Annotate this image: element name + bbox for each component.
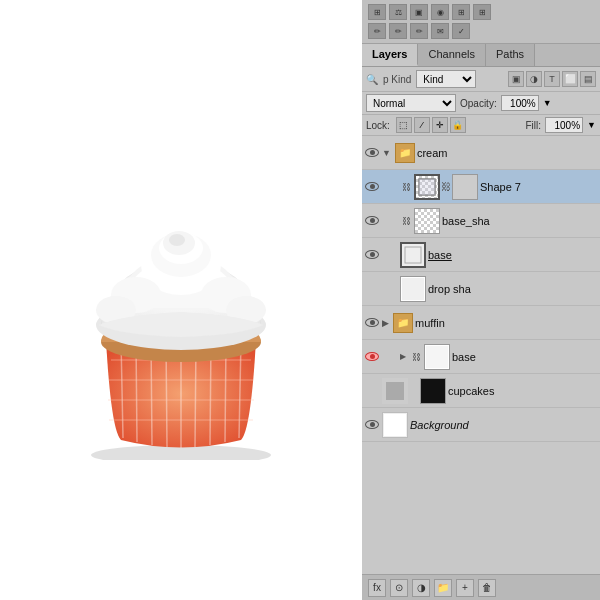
lock-checkerboard[interactable]: ⬚: [396, 117, 412, 133]
delete-layer-button[interactable]: 🗑: [478, 579, 496, 597]
tool-icon-7[interactable]: ✏: [368, 23, 386, 39]
group-arrow-cream[interactable]: ▼: [382, 148, 391, 158]
cupcake-image: [41, 140, 321, 460]
fill-label: Fill:: [526, 120, 542, 131]
tool-icon-10[interactable]: ✉: [431, 23, 449, 39]
thumb-background: [382, 412, 408, 438]
lock-label: Lock:: [366, 120, 390, 131]
blend-mode-select[interactable]: Normal: [366, 94, 456, 112]
eye-muffin-group[interactable]: [364, 315, 380, 331]
tool-icon-11[interactable]: ✓: [452, 23, 470, 39]
chain-cupcakes: [410, 378, 418, 404]
layer-item-shape7[interactable]: ⛓ ⛓ Shape 7: [362, 170, 600, 204]
adjustment-button[interactable]: ◑: [412, 579, 430, 597]
filter-icon-type[interactable]: T: [544, 71, 560, 87]
filter-icon-smart[interactable]: ▤: [580, 71, 596, 87]
lock-all[interactable]: 🔒: [450, 117, 466, 133]
layer-name-background: Background: [410, 419, 598, 431]
thumb-cupcakes-2: [420, 378, 446, 404]
tool-icon-6[interactable]: ⊞: [473, 4, 491, 20]
layer-name-base-layer: base: [452, 351, 598, 363]
eye-base[interactable]: [364, 247, 380, 263]
chain-shape7: ⛓: [442, 174, 450, 200]
eye-shape7[interactable]: [364, 179, 380, 195]
opacity-arrow[interactable]: ▼: [543, 98, 552, 108]
layer-item-drop-sha[interactable]: drop sha: [362, 272, 600, 306]
filter-row: 🔍 p Kind Kind ▣ ◑ T ⬜ ▤: [362, 67, 600, 92]
tab-paths[interactable]: Paths: [486, 44, 535, 66]
opacity-input[interactable]: [501, 95, 539, 111]
thumb-drop-sha: [400, 276, 426, 302]
thumb-base-sha: [414, 208, 440, 234]
layer-name-base: base: [428, 249, 598, 261]
fill-input[interactable]: [545, 117, 583, 133]
eye-cupcakes[interactable]: [364, 383, 380, 399]
eye-drop-sha[interactable]: [364, 281, 380, 297]
lock-icons: ⬚ ∕ ✛ 🔒: [396, 117, 466, 133]
layer-item-background[interactable]: Background: [362, 408, 600, 442]
toolbar-row-1: ⊞ ⚖ ▣ ◉ ⊞ ⊞: [368, 4, 594, 20]
layer-item-cream-group[interactable]: ▼ 📁 cream: [362, 136, 600, 170]
link-icon-base-sha: ⛓: [400, 215, 412, 227]
thumb-cupcakes-1: [382, 378, 408, 404]
layer-item-base-sha[interactable]: ⛓ base_sha: [362, 204, 600, 238]
toolbar-row-2: ✏ ✏ ✏ ✉ ✓: [368, 23, 594, 39]
filter-icon-pixel[interactable]: ▣: [508, 71, 524, 87]
lock-move[interactable]: ✛: [432, 117, 448, 133]
top-toolbar: ⊞ ⚖ ▣ ◉ ⊞ ⊞ ✏ ✏ ✏ ✉ ✓: [362, 0, 600, 44]
svg-rect-34: [384, 414, 406, 436]
link-icon-shape7: ⛓: [400, 181, 412, 193]
tab-channels[interactable]: Channels: [418, 44, 485, 66]
layer-name-base-sha: base_sha: [442, 215, 598, 227]
thumb-shape7-layer: [414, 174, 440, 200]
folder-icon-muffin: 📁: [393, 313, 413, 333]
layers-panel: ⊞ ⚖ ▣ ◉ ⊞ ⊞ ✏ ✏ ✏ ✉ ✓ Layers Channels Pa…: [362, 0, 600, 600]
lock-row: Lock: ⬚ ∕ ✛ 🔒 Fill: ▼: [362, 115, 600, 136]
link-icon-base-layer: ⛓: [410, 351, 422, 363]
layers-list: ▼ 📁 cream ⛓ ⛓ Shape 7 ⛓ base_sha: [362, 136, 600, 574]
filter-icon-adjust[interactable]: ◑: [526, 71, 542, 87]
layer-item-base-layer[interactable]: ▶ ⛓ base: [362, 340, 600, 374]
layer-name-drop-sha: drop sha: [428, 283, 598, 295]
eye-base-layer[interactable]: [364, 349, 380, 365]
tab-layers[interactable]: Layers: [362, 44, 418, 66]
layer-item-cupcakes[interactable]: cupcakes: [362, 374, 600, 408]
fill-arrow[interactable]: ▼: [587, 120, 596, 130]
folder-icon-cream: 📁: [395, 143, 415, 163]
filter-icons: ▣ ◑ T ⬜ ▤: [508, 71, 596, 87]
new-layer-button[interactable]: +: [456, 579, 474, 597]
filter-kind-label: p Kind: [383, 74, 411, 85]
group-arrow-base-layer[interactable]: ▶: [400, 352, 406, 361]
eye-cream-group[interactable]: [364, 145, 380, 161]
group-button[interactable]: 📁: [434, 579, 452, 597]
filter-search-icon: 🔍: [366, 74, 378, 85]
tool-icon-9[interactable]: ✏: [410, 23, 428, 39]
layer-name-cream-group: cream: [417, 147, 598, 159]
svg-rect-33: [386, 382, 404, 400]
tool-icon-3[interactable]: ▣: [410, 4, 428, 20]
eye-background[interactable]: [364, 417, 380, 433]
tool-icon-1[interactable]: ⊞: [368, 4, 386, 20]
tool-icon-4[interactable]: ◉: [431, 4, 449, 20]
svg-point-20: [169, 234, 185, 246]
tool-icon-8[interactable]: ✏: [389, 23, 407, 39]
filter-icon-shape[interactable]: ⬜: [562, 71, 578, 87]
thumb-base-layer: [424, 344, 450, 370]
eye-base-sha[interactable]: [364, 213, 380, 229]
fx-button[interactable]: fx: [368, 579, 386, 597]
tool-icon-2[interactable]: ⚖: [389, 4, 407, 20]
group-arrow-muffin[interactable]: ▶: [382, 318, 389, 328]
tool-icon-5[interactable]: ⊞: [452, 4, 470, 20]
panel-tabs: Layers Channels Paths: [362, 44, 600, 67]
layer-name-cupcakes: cupcakes: [448, 385, 598, 397]
svg-rect-30: [402, 278, 424, 300]
layer-item-base[interactable]: base: [362, 238, 600, 272]
blend-row: Normal Opacity: ▼: [362, 92, 600, 115]
add-mask-button[interactable]: ⊙: [390, 579, 408, 597]
svg-rect-26: [419, 179, 435, 195]
lock-brush[interactable]: ∕: [414, 117, 430, 133]
thumb-shape7-mask: [452, 174, 478, 200]
layer-item-muffin-group[interactable]: ▶ 📁 muffin: [362, 306, 600, 340]
svg-rect-31: [426, 346, 448, 368]
filter-select[interactable]: Kind: [416, 70, 476, 88]
